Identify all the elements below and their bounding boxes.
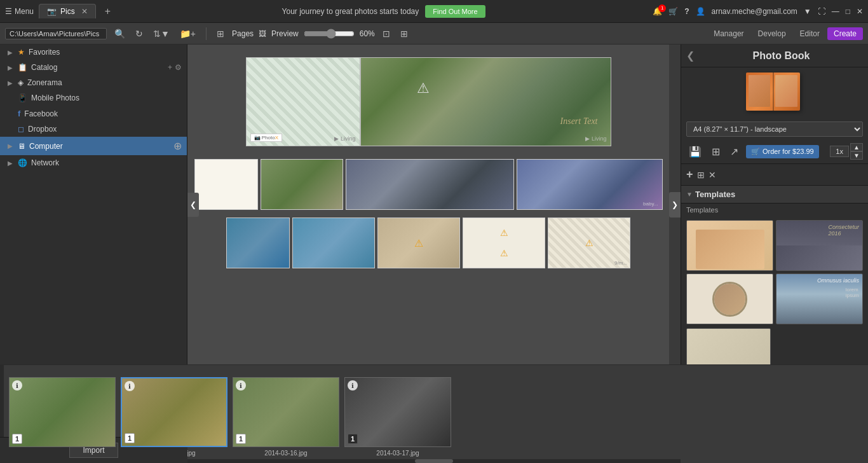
template-baby[interactable] xyxy=(686,220,773,271)
refresh-button[interactable]: ↻ xyxy=(133,27,146,40)
tab-editor[interactable]: Editor xyxy=(794,27,826,40)
sidebar-item-mobile[interactable]: ▶ 📱 Mobile Photos xyxy=(0,90,187,106)
dropbox-icon: ◻ xyxy=(18,125,24,134)
page-thumb-penguin-rock[interactable] xyxy=(346,159,514,210)
cart-icon[interactable]: 🛒 xyxy=(668,7,678,16)
expand-icon[interactable]: ⛶ xyxy=(818,7,825,16)
size-selector[interactable]: A4 (8.27" × 11.7") - landscape xyxy=(686,121,863,137)
cathedral-bottom xyxy=(776,245,862,270)
zoom-slider[interactable] xyxy=(304,29,355,39)
close-window-icon[interactable]: ✕ xyxy=(857,7,863,16)
sidebar-item-network[interactable]: ▶ 🌐 Network xyxy=(0,155,187,170)
photo-thumb-3[interactable]: ℹ 1 xyxy=(233,377,339,447)
photo-info-icon-3[interactable]: ℹ xyxy=(236,380,246,390)
tab-develop[interactable]: Develop xyxy=(752,27,792,40)
tab-manager[interactable]: Manager xyxy=(707,27,750,40)
qty-up-button[interactable]: ▲ xyxy=(850,143,863,151)
template-mountain[interactable]: Omnusus iaculis loremipsum xyxy=(776,273,863,324)
favorites-label: Favorites xyxy=(29,48,182,57)
photo-item-2[interactable]: ℹ 1 2014-03-15.jpg xyxy=(121,377,227,457)
warning-icon-cloud: ⚠ xyxy=(414,237,423,249)
photo-info-icon-4[interactable]: ℹ xyxy=(348,380,358,390)
mountain-label: Omnusus iaculis xyxy=(817,277,859,284)
add-catalog-icon[interactable]: + xyxy=(168,63,172,72)
find-out-button[interactable]: Find Out More xyxy=(425,5,485,18)
notification-bell[interactable]: 🔔 1 xyxy=(653,7,662,16)
sidebar-item-dropbox[interactable]: ▶ ◻ Dropbox xyxy=(0,121,187,137)
page-thumb-stone[interactable] xyxy=(261,159,343,210)
computer-expand-icon[interactable]: ⊕ xyxy=(173,140,182,152)
page-thumb-cloud[interactable]: ⚠ xyxy=(377,218,460,268)
photo-info-icon-1[interactable]: ℹ xyxy=(12,380,22,390)
grid-page-button[interactable]: ⊞ xyxy=(697,170,705,180)
insert-text[interactable]: Insert Text xyxy=(560,116,598,127)
cart-icon: 🛒 xyxy=(751,148,760,156)
help-icon[interactable]: ? xyxy=(684,7,689,16)
topbar-message-area: Your journey to great photos starts toda… xyxy=(119,5,648,18)
photo-thumb-4[interactable]: ℹ 1 xyxy=(344,377,451,447)
page-thumb-warning1[interactable]: ⚠ ⚠ xyxy=(463,218,545,268)
add-folder-button[interactable]: 📁+ xyxy=(177,27,198,40)
layout-button[interactable]: ⊞ xyxy=(709,144,722,159)
panel-header: ❮ Photo Book xyxy=(681,45,868,67)
page-thumb-blank[interactable] xyxy=(194,159,258,210)
sidebar-item-zonerama[interactable]: ▶ ◈ Zonerama xyxy=(0,75,187,90)
template-cathedral[interactable]: Consectetur2016 xyxy=(776,220,863,271)
search-button[interactable]: 🔍 xyxy=(112,27,128,40)
templates-section-header[interactable]: ▼ Templates xyxy=(681,186,868,204)
sort-button[interactable]: ⇅▼ xyxy=(151,27,172,40)
minimize-icon[interactable]: — xyxy=(832,7,839,16)
sidebar-item-favorites[interactable]: ▶ ★ Favorites xyxy=(0,45,187,60)
path-input[interactable] xyxy=(5,28,107,39)
zoom-fit-button[interactable]: ⊞ xyxy=(398,27,410,40)
sidebar-item-computer[interactable]: ▶ 🖥 Computer ⊕ xyxy=(0,137,187,155)
quantity-input[interactable] xyxy=(830,146,849,157)
dropdown-arrow[interactable]: ▼ xyxy=(804,7,811,16)
template-nature[interactable] xyxy=(686,328,771,364)
computer-icon: 🖥 xyxy=(18,142,25,151)
topbar: ☰ Menu 📷 Pics ✕ + Your journey to great … xyxy=(0,0,868,23)
photo-bg-2 xyxy=(122,378,226,446)
qty-down-button[interactable]: ▼ xyxy=(850,151,863,160)
photo-thumb-2[interactable]: ℹ 1 xyxy=(121,377,227,447)
settings-catalog-icon[interactable]: ⚙ xyxy=(175,63,182,72)
right-cover-page[interactable]: ⚠ Insert Text ▶ Living xyxy=(360,57,611,146)
share-button[interactable]: ↗ xyxy=(728,144,741,159)
close-panel-button[interactable]: ✕ xyxy=(709,170,716,180)
active-tab[interactable]: 📷 Pics ✕ xyxy=(39,4,96,18)
photo-bg-1 xyxy=(10,378,115,446)
photo-thumb-1[interactable]: ℹ 1 xyxy=(9,377,116,447)
photo-item-4[interactable]: ℹ 1 2014-03-17.jpg xyxy=(344,377,451,457)
thumbs-row-1: baby... xyxy=(194,159,663,210)
mobile-label: Mobile Photos xyxy=(31,93,182,102)
cover-play-btn[interactable]: ▶ Living xyxy=(585,135,606,142)
add-tab-button[interactable]: + xyxy=(101,6,114,17)
tab-close-icon[interactable]: ✕ xyxy=(81,7,88,16)
order-button[interactable]: 🛒 Order for $23.99 xyxy=(746,145,819,158)
add-page-button[interactable]: + xyxy=(686,168,693,181)
template-dog[interactable] xyxy=(686,273,773,324)
right-panel-toggle[interactable]: ❯ xyxy=(669,192,681,218)
sidebar-item-catalog[interactable]: ▶ 📋 Catalog + ⚙ xyxy=(0,60,187,75)
photo-item-3[interactable]: ℹ 1 2014-03-16.jpg xyxy=(233,377,339,457)
page-play-btn[interactable]: ▶ Living xyxy=(334,135,355,142)
save-button[interactable]: 💾 xyxy=(686,144,704,159)
menu-button[interactable]: ☰ Menu xyxy=(5,7,34,16)
page-thumb-dotted[interactable]: ⚠ 9/m... xyxy=(548,218,630,268)
maximize-icon[interactable]: □ xyxy=(846,7,850,16)
arrow-icon: ▶ xyxy=(8,49,13,56)
fit-view-button[interactable]: ⊡ xyxy=(380,27,393,40)
tab-create[interactable]: Create xyxy=(827,27,863,40)
grid-view-button[interactable]: ⊞ xyxy=(214,27,227,40)
page-thumb-waterfall1[interactable] xyxy=(226,218,290,268)
page-thumb-waterfall2[interactable] xyxy=(292,218,375,268)
left-cover-page[interactable]: 📷 PhotoX ▶ Living xyxy=(246,57,360,146)
photo-info-icon-2[interactable]: ℹ xyxy=(125,381,135,391)
pages-label: Pages xyxy=(232,29,254,38)
page-thumb-bluebell[interactable]: baby... xyxy=(517,159,663,210)
photo-item-1[interactable]: ℹ 1 2014-03-14.jpg xyxy=(9,377,116,457)
horizontal-scrollbar-thumb[interactable] xyxy=(415,459,453,463)
panel-back-button[interactable]: ❮ xyxy=(686,50,695,62)
sidebar-item-facebook[interactable]: ▶ f Facebook xyxy=(0,106,187,121)
left-panel-toggle[interactable]: ❮ xyxy=(187,193,199,217)
